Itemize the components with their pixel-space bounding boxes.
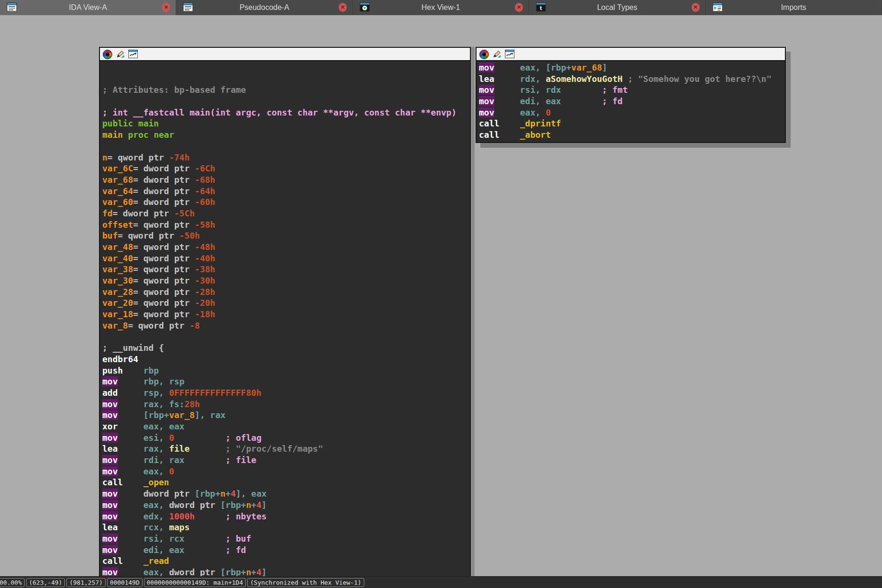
- code-line[interactable]: offset= qword ptr -58h: [102, 219, 470, 231]
- code-line[interactable]: var_40= qword ptr -40h: [102, 253, 470, 264]
- code-line[interactable]: mov [rbp+var_8], rax: [102, 410, 470, 421]
- code-line[interactable]: buf= qword ptr -50h: [102, 230, 470, 241]
- code-line[interactable]: var_18= qword ptr -18h: [102, 309, 470, 320]
- code-segment: ]: [261, 567, 267, 577]
- code-line[interactable]: [102, 73, 470, 85]
- code-segment: [174, 433, 225, 443]
- code-segment: = qword ptr: [133, 298, 195, 308]
- code-segment: mov: [479, 62, 495, 72]
- code-segment: eax,: [144, 466, 169, 476]
- code-line[interactable]: var_64= dword ptr -64h: [102, 186, 470, 197]
- code-segment: -74h: [169, 152, 189, 162]
- code-line[interactable]: fd= dword ptr -5Ch: [102, 208, 470, 219]
- ida-view-a-toolbar[interactable]: [100, 48, 470, 61]
- code-line[interactable]: mov eax, 0: [479, 107, 785, 118]
- code-line[interactable]: push rbp: [102, 365, 470, 376]
- code-line[interactable]: lea rcx, maps: [102, 522, 470, 533]
- code-line[interactable]: mov dword ptr [rbp+n+4], eax: [102, 488, 470, 499]
- code-line[interactable]: var_48= qword ptr -48h: [102, 241, 470, 253]
- code-line[interactable]: ; int __fastcall main(int argc, const ch…: [102, 107, 470, 118]
- code-line[interactable]: [102, 331, 470, 343]
- code-segment: rax,: [144, 444, 169, 454]
- code-segment: = qword ptr: [133, 253, 195, 263]
- code-line[interactable]: ; __unwind {: [102, 342, 470, 354]
- code-line[interactable]: main proc near: [102, 129, 470, 141]
- code-segment: var_40: [102, 253, 133, 263]
- code-segment: rsi, rcx: [144, 534, 185, 543]
- colors-icon[interactable]: [479, 50, 489, 59]
- code-line[interactable]: [102, 141, 470, 152]
- code-line[interactable]: mov rax, fs:28h: [102, 399, 470, 410]
- code-line[interactable]: mov rbp, rsp: [102, 376, 470, 387]
- code-line[interactable]: var_68= dword ptr -68h: [102, 174, 470, 186]
- close-icon[interactable]: ✕: [339, 3, 347, 12]
- code-line[interactable]: var_8= qword ptr -8: [102, 320, 470, 331]
- status-coords-b: (981,257): [66, 578, 105, 587]
- edit-icon[interactable]: [492, 50, 502, 59]
- code-segment: mov: [479, 85, 495, 95]
- code-line[interactable]: mov rdi, rax ; file: [102, 454, 470, 466]
- code-segment: ; oflag: [225, 433, 261, 443]
- fragment-toolbar[interactable]: [477, 48, 785, 61]
- code-line[interactable]: call _abort: [479, 129, 785, 141]
- code-segment: ; file: [225, 455, 256, 465]
- code-segment: ; Attributes: bp-based frame: [102, 85, 246, 95]
- tab-ida-view-a[interactable]: IDA View-A✕: [0, 0, 176, 15]
- code-line[interactable]: mov edi, eax ; fd: [102, 544, 470, 556]
- code-segment: var_48: [102, 242, 133, 252]
- edit-icon[interactable]: [116, 50, 125, 59]
- code-line[interactable]: call _dprintf: [479, 118, 785, 129]
- tab-imports[interactable]: Imports: [706, 0, 882, 15]
- code-line[interactable]: [102, 96, 470, 107]
- code-line[interactable]: mov rsi, rdx ; fmt: [479, 84, 785, 96]
- code-segment: = qword ptr: [128, 321, 189, 330]
- code-line[interactable]: mov eax, 0: [102, 466, 470, 477]
- code-segment: [118, 421, 144, 431]
- code-line[interactable]: lea rax, file ; "/proc/self/maps": [102, 443, 470, 454]
- code-line[interactable]: xor eax, eax: [102, 421, 470, 432]
- close-icon[interactable]: ✕: [692, 3, 700, 12]
- colors-icon[interactable]: [103, 50, 112, 59]
- code-line[interactable]: mov eax, dword ptr [rbp+n+4]: [102, 499, 470, 511]
- code-line[interactable]: [102, 62, 470, 73]
- code-line[interactable]: add rsp, 0FFFFFFFFFFFFFF80h: [102, 387, 470, 399]
- code-line[interactable]: ; Attributes: bp-based frame: [102, 84, 470, 96]
- code-line[interactable]: mov esi, 0 ; oflag: [102, 432, 470, 444]
- code-segment: 1000h: [169, 511, 195, 521]
- code-line[interactable]: n= qword ptr -74h: [102, 152, 470, 163]
- code-line[interactable]: var_30= qword ptr -30h: [102, 275, 470, 286]
- code-segment: edi, eax: [520, 96, 561, 106]
- code-line[interactable]: mov eax, dword ptr [rbp+n+4]: [102, 567, 470, 577]
- code-line[interactable]: call _read: [102, 555, 470, 567]
- code-line[interactable]: var_38= qword ptr -38h: [102, 264, 470, 275]
- code-line[interactable]: mov edi, eax ; fd: [479, 96, 785, 107]
- code-segment: ; nbytes: [225, 511, 267, 521]
- code-segment: n: [102, 152, 108, 162]
- code-segment: edi, eax: [144, 545, 185, 555]
- code-line[interactable]: endbr64: [102, 354, 470, 365]
- code-segment: [499, 130, 520, 140]
- code-segment: mov: [102, 489, 118, 499]
- code-line[interactable]: lea rdx, aSomehowYouGotH ; "Somehow you …: [479, 73, 785, 85]
- graph-view-icon[interactable]: [505, 50, 514, 59]
- code-line[interactable]: mov eax, [rbp+var_68]: [479, 62, 785, 73]
- code-segment: -60h: [195, 197, 215, 207]
- code-line[interactable]: mov rsi, rcx ; buf: [102, 533, 470, 544]
- code-line[interactable]: var_28= qword ptr -28h: [102, 286, 470, 298]
- code-segment: +: [251, 567, 256, 577]
- code-line[interactable]: call _open: [102, 477, 470, 488]
- code-line[interactable]: var_60= dword ptr -60h: [102, 196, 470, 208]
- graph-view-icon[interactable]: [128, 50, 138, 59]
- tab-hex-view-1[interactable]: Hex View-1✕: [353, 0, 529, 15]
- tab-local-types[interactable]: tLocal Types✕: [529, 0, 705, 15]
- code-line[interactable]: public main: [102, 118, 470, 129]
- code-segment: var_18: [102, 309, 133, 319]
- code-line[interactable]: var_20= qword ptr -20h: [102, 297, 470, 309]
- code-segment: rbp, rsp: [144, 376, 185, 386]
- code-line[interactable]: mov edx, 1000h ; nbytes: [102, 511, 470, 522]
- tab-pseudocode-a[interactable]: Pseudocode-A✕: [176, 0, 352, 15]
- code-segment: rsp,: [144, 388, 169, 398]
- code-segment: [118, 399, 144, 409]
- code-line[interactable]: var_6C= dword ptr -6Ch: [102, 163, 470, 174]
- code-segment: lea: [102, 522, 118, 532]
